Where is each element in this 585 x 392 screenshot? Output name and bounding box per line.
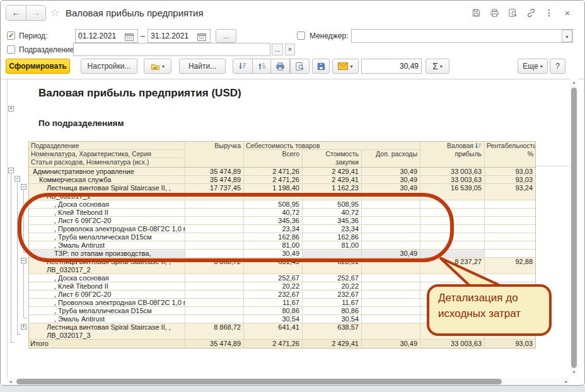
value-cell[interactable]: 2 429,41: [303, 168, 362, 176]
value-cell[interactable]: 11,67: [244, 299, 303, 307]
row-title-cell[interactable]: , Труба мелаллическая D15см: [29, 233, 185, 241]
forward-button[interactable]: →: [26, 6, 45, 20]
header-revenue[interactable]: Выручка: [185, 142, 244, 167]
row-title-cell[interactable]: Административное управление: [29, 168, 185, 176]
table-row[interactable]: , Клей Titebond II40,7240,72: [29, 209, 535, 217]
scroll-left-icon[interactable]: ◄: [8, 379, 13, 384]
value-cell[interactable]: [485, 233, 535, 241]
value-cell[interactable]: 23,34: [244, 225, 303, 233]
table-row[interactable]: , Лист 6 09Г2С-20345,36345,36: [29, 217, 535, 225]
value-cell[interactable]: 232,67: [244, 291, 303, 299]
value-cell[interactable]: [362, 291, 420, 299]
value-cell[interactable]: 30,49: [362, 250, 420, 258]
find-button[interactable]: Найти...: [179, 59, 226, 74]
value-cell[interactable]: [420, 241, 485, 250]
value-cell[interactable]: 33 003,63: [420, 340, 485, 348]
generate-button[interactable]: Сформировать: [6, 59, 70, 74]
row-title-cell[interactable]: , Лист 6 09Г2С-20: [29, 217, 185, 225]
table-row[interactable]: , Проволока электродная СВ-08Г2С 1,0 мм1…: [29, 299, 535, 307]
settings-button[interactable]: Настройки...: [81, 59, 137, 74]
period-checkbox[interactable]: ✓: [7, 32, 15, 40]
value-cell[interactable]: 508,95: [244, 200, 303, 209]
value-cell[interactable]: 93,03: [485, 340, 535, 348]
row-title-cell[interactable]: Лестница винтовая Spiral Staircase II, ,…: [29, 184, 185, 200]
value-cell[interactable]: [185, 200, 244, 209]
group-expander[interactable]: −: [14, 176, 20, 182]
value-cell[interactable]: 2 429,41: [303, 176, 362, 184]
link-button[interactable]: [525, 7, 536, 18]
value-cell[interactable]: [485, 299, 535, 307]
row-title-cell[interactable]: Лестница винтовая Spiral Staircase II, ,…: [29, 323, 185, 340]
row-title-cell[interactable]: Коммерческая служба: [29, 176, 185, 184]
group-expander[interactable]: −: [21, 258, 26, 263]
value-cell[interactable]: 93,03: [485, 168, 535, 176]
value-cell[interactable]: [185, 274, 244, 282]
print-button-toolbar[interactable]: [270, 59, 290, 74]
value-cell[interactable]: 80,86: [244, 307, 303, 315]
vertical-scroll-thumb[interactable]: [571, 88, 577, 368]
row-title-cell[interactable]: Итого: [29, 340, 185, 348]
table-row[interactable]: Лестница винтовая Spiral Staircase II, ,…: [29, 184, 535, 200]
table-row[interactable]: , Труба мелаллическая D15см80,8680,86: [29, 307, 535, 315]
value-cell[interactable]: 508,95: [303, 200, 362, 209]
table-row[interactable]: Лестница винтовая Spiral Staircase II, ,…: [29, 323, 535, 340]
save-button[interactable]: [470, 7, 482, 18]
department-checkbox[interactable]: [7, 45, 15, 54]
table-row[interactable]: , Эмаль Antirust81,0081,00: [29, 241, 535, 250]
value-cell[interactable]: [485, 315, 535, 323]
period-more-button[interactable]: ...: [216, 29, 236, 43]
table-row[interactable]: Административное управление35 474,892 47…: [29, 168, 535, 176]
value-cell[interactable]: [485, 200, 535, 209]
value-cell[interactable]: [420, 307, 485, 315]
value-cell[interactable]: 30,49: [362, 184, 420, 200]
value-cell[interactable]: 2 429,41: [303, 340, 362, 348]
value-cell[interactable]: [185, 250, 244, 258]
scroll-up-icon[interactable]: ▲: [572, 80, 576, 84]
row-title-cell[interactable]: , Доска сосновая: [29, 274, 185, 282]
preview-button-toolbar[interactable]: [290, 59, 310, 74]
value-cell[interactable]: [362, 200, 420, 209]
group-expander[interactable]: +: [21, 324, 26, 330]
value-cell[interactable]: 252,67: [303, 274, 362, 282]
value-cell[interactable]: 232,67: [303, 291, 362, 299]
value-cell[interactable]: 20,22: [244, 282, 303, 291]
row-title-cell[interactable]: , Доска сосновая: [29, 200, 185, 209]
value-cell[interactable]: 93,03: [485, 176, 535, 184]
send-email-button[interactable]: ▾: [332, 59, 359, 74]
value-cell[interactable]: [485, 274, 535, 282]
value-cell[interactable]: [420, 315, 485, 323]
value-cell[interactable]: [185, 241, 244, 250]
value-cell[interactable]: 1 162,23: [303, 184, 362, 200]
value-cell[interactable]: [185, 299, 244, 307]
value-cell[interactable]: [485, 282, 535, 291]
table-row[interactable]: Коммерческая служба35 474,892 471,262 42…: [29, 176, 535, 184]
value-cell[interactable]: [485, 307, 535, 315]
header-grouping-column[interactable]: Подразделение Номенклатура, Характеристи…: [29, 142, 185, 167]
scroll-right-icon[interactable]: ►: [564, 379, 569, 384]
department-clear-button[interactable]: ×: [285, 43, 295, 55]
value-cell[interactable]: [362, 323, 420, 340]
value-cell[interactable]: 33 003,63: [420, 168, 485, 176]
value-cell[interactable]: [185, 307, 244, 315]
value-cell[interactable]: [420, 217, 485, 225]
table-row[interactable]: , Эмаль Antirust30,5430,54: [29, 315, 535, 323]
value-cell[interactable]: 162,86: [303, 233, 362, 241]
value-cell[interactable]: 628,61: [303, 258, 362, 274]
value-cell[interactable]: [362, 217, 420, 225]
row-title-cell[interactable]: , Эмаль Antirust: [29, 315, 185, 323]
value-cell[interactable]: 638,57: [303, 323, 362, 340]
value-cell[interactable]: [185, 282, 244, 291]
value-cell[interactable]: 40,72: [303, 209, 362, 217]
row-title-cell[interactable]: Лестница винтовая Spiral Staircase II, ,…: [29, 258, 185, 274]
value-cell[interactable]: 81,00: [303, 241, 362, 250]
value-cell[interactable]: [185, 315, 244, 323]
value-cell[interactable]: [420, 291, 485, 299]
value-cell[interactable]: 35 474,89: [185, 168, 244, 176]
value-cell[interactable]: [185, 233, 244, 241]
value-cell[interactable]: 631,45: [244, 258, 303, 274]
value-cell[interactable]: 80,86: [303, 307, 362, 315]
value-cell[interactable]: [420, 250, 485, 258]
value-cell[interactable]: [485, 250, 535, 258]
value-cell[interactable]: [185, 291, 244, 299]
calendar-icon[interactable]: [197, 32, 206, 40]
